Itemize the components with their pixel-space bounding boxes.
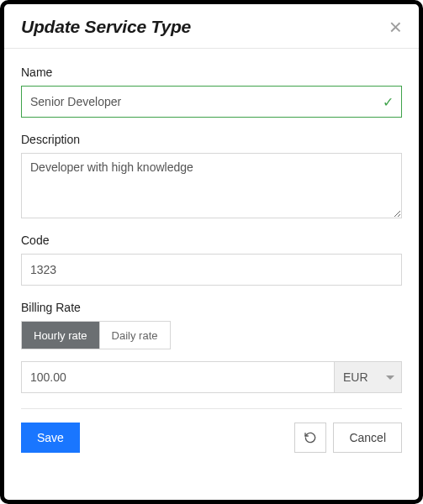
billing-rate-label: Billing Rate: [21, 301, 402, 314]
rate-toggle: Hourly rate Daily rate: [21, 321, 171, 349]
name-input[interactable]: [21, 86, 402, 118]
field-name: Name ✓: [21, 66, 402, 118]
rate-row: EUR: [21, 361, 402, 393]
undo-button[interactable]: [294, 423, 326, 453]
close-icon[interactable]: ×: [389, 16, 402, 38]
code-label: Code: [21, 234, 402, 247]
description-textarea[interactable]: Developer with high knowledge: [21, 153, 402, 218]
code-input[interactable]: [21, 254, 402, 286]
footer-right: Cancel: [294, 423, 402, 453]
chevron-down-icon: [386, 375, 394, 380]
name-input-wrap: ✓: [21, 86, 402, 118]
cancel-button[interactable]: Cancel: [333, 423, 402, 453]
field-billing-rate: Billing Rate Hourly rate Daily rate EUR: [21, 301, 402, 393]
dialog-title: Update Service Type: [21, 17, 191, 37]
field-description: Description Developer with high knowledg…: [21, 133, 402, 218]
currency-select[interactable]: EUR: [335, 361, 402, 393]
dialog-header: Update Service Type ×: [21, 16, 402, 48]
currency-value: EUR: [343, 370, 368, 384]
name-label: Name: [21, 66, 402, 79]
description-label: Description: [21, 133, 402, 146]
undo-icon: [304, 431, 317, 444]
save-button[interactable]: Save: [21, 423, 80, 453]
form: Name ✓ Description Developer with high k…: [21, 49, 402, 393]
field-code: Code: [21, 234, 402, 286]
rate-amount-input[interactable]: [21, 361, 335, 393]
toggle-hourly[interactable]: Hourly rate: [22, 322, 99, 349]
dialog-footer: Save Cancel: [21, 408, 402, 453]
toggle-daily[interactable]: Daily rate: [99, 322, 170, 349]
